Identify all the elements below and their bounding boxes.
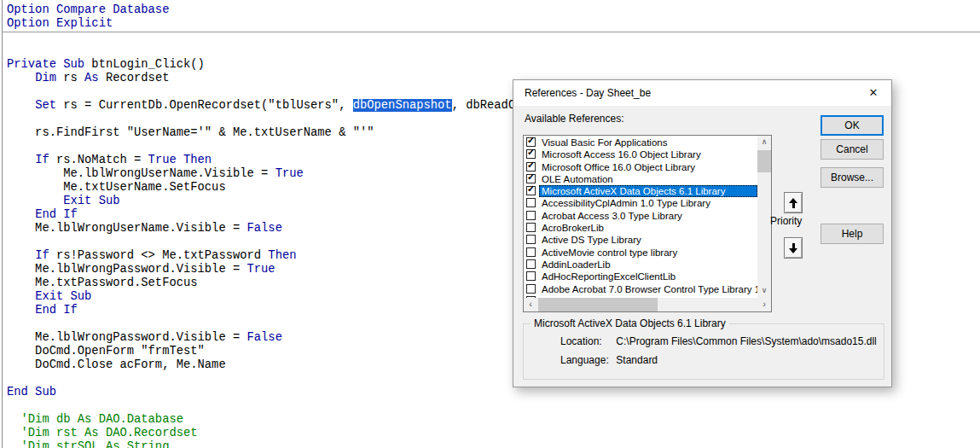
code-line: Private Sub btnLogin_Click()	[7, 58, 980, 72]
reference-list-item[interactable]: ActiveMovie control type library	[524, 247, 757, 259]
selected-reference-name: Microsoft ActiveX Data Objects 6.1 Libra…	[531, 317, 729, 329]
help-button[interactable]: Help	[821, 224, 884, 244]
unchecked-checkbox[interactable]	[526, 259, 536, 269]
down-arrow-icon	[789, 243, 797, 253]
reference-label: AcroBrokerLib	[539, 222, 757, 234]
reference-list-item[interactable]: AdHocReportingExcelClientLib	[524, 271, 757, 282]
checked-checkbox[interactable]: ✓	[526, 174, 536, 183]
reference-label: Microsoft Office 16.0 Object Library	[539, 161, 757, 173]
priority-down-button[interactable]	[784, 237, 803, 259]
reference-label: Visual Basic For Applications	[539, 137, 757, 148]
unchecked-checkbox[interactable]	[526, 235, 536, 244]
reference-list-item[interactable]: ✓OLE Automation	[524, 173, 757, 185]
reference-label: ActiveMovie control type library	[539, 247, 757, 259]
language-label: Language:	[560, 354, 613, 366]
reference-label: AddinLoaderLib	[539, 259, 757, 271]
location-value: C:\Program Files\Common Files\System\ado…	[616, 335, 876, 347]
editor-left-margin-rule	[2, 0, 3, 448]
scroll-left-icon[interactable]: ‹	[524, 298, 537, 311]
scroll-down-icon[interactable]: ∨	[757, 284, 771, 298]
selected-reference-groupbox: Microsoft ActiveX Data Objects 6.1 Libra…	[523, 323, 884, 380]
reference-list-item[interactable]: Active DS Type Library	[524, 234, 757, 246]
reference-list-item[interactable]: AcroBrokerLib	[524, 222, 757, 234]
reference-list-item[interactable]: Acrobat Access 3.0 Type Library	[524, 210, 757, 222]
reference-label: OLE Automation	[539, 173, 757, 185]
unchecked-checkbox[interactable]	[526, 223, 536, 232]
code-line	[7, 44, 980, 58]
reference-list-item[interactable]: ✓Microsoft Access 16.0 Object Library	[524, 148, 757, 160]
location-row: Location: C:\Program Files\Common Files\…	[560, 335, 877, 347]
check-icon: ✓	[527, 172, 535, 182]
references-list[interactable]: ✓Visual Basic For Applications✓Microsoft…	[523, 135, 772, 312]
reference-list-item[interactable]: ✓Microsoft Office 16.0 Object Library	[524, 161, 757, 173]
code-line	[7, 399, 980, 413]
cancel-button[interactable]: Cancel	[821, 139, 884, 160]
horizontal-scrollbar[interactable]: ‹ ›	[524, 298, 771, 311]
dialog-titlebar[interactable]: References - Day Sheet_be ✕	[513, 80, 891, 106]
code-line: Option Explicit	[7, 17, 980, 31]
reference-list-item[interactable]: ✓Visual Basic For Applications	[524, 137, 757, 148]
up-arrow-icon	[789, 198, 797, 208]
checked-checkbox[interactable]: ✓	[526, 137, 536, 147]
code-line: 'Dim strSQL As String	[7, 440, 980, 448]
vertical-scrollbar[interactable]: ∧ ∨	[757, 136, 771, 298]
check-icon: ✓	[527, 137, 535, 145]
check-icon: ✓	[527, 184, 535, 194]
reference-label: Microsoft Access 16.0 Object Library	[539, 148, 757, 160]
ok-button[interactable]: OK	[821, 115, 884, 136]
horizontal-scrollbar-thumb[interactable]	[538, 298, 658, 311]
reference-list-item[interactable]: AccessibilityCplAdmin 1.0 Type Library	[524, 197, 757, 209]
code-line: End Sub	[7, 386, 980, 399]
priority-label: Priority	[770, 215, 816, 227]
reference-label: Adobe Acrobat 7.0 Browser Control Type L…	[539, 283, 757, 295]
language-value: Standard	[616, 354, 658, 366]
reference-list-item[interactable]: AddinLoaderLib	[524, 259, 757, 271]
references-list-items: ✓Visual Basic For Applications✓Microsoft…	[524, 137, 757, 298]
scroll-up-icon[interactable]: ∧	[757, 136, 771, 149]
browse-button[interactable]: Browse...	[821, 167, 884, 188]
checked-checkbox[interactable]: ✓	[526, 162, 536, 172]
check-icon: ✓	[527, 160, 535, 170]
available-references-label: Available References:	[525, 113, 624, 125]
unchecked-checkbox[interactable]	[526, 211, 536, 220]
reference-label: Microsoft ActiveX Data Objects 6.1 Libra…	[539, 185, 757, 197]
reference-label: AccessibilityCplAdmin 1.0 Type Library	[539, 197, 757, 209]
reference-list-item[interactable]: Adobe Acrobat 7.0 Browser Control Type L…	[524, 283, 757, 295]
unchecked-checkbox[interactable]	[526, 198, 536, 207]
unchecked-checkbox[interactable]	[526, 247, 536, 257]
checked-checkbox[interactable]: ✓	[526, 149, 536, 159]
code-line: Option Compare Database	[7, 3, 980, 17]
code-line: 'Dim rst As DAO.Recordset	[7, 427, 980, 440]
code-line: 'Dim db As DAO.Database	[7, 413, 980, 427]
reference-label: Acrobat Access 3.0 Type Library	[539, 210, 757, 222]
reference-label: AdHocReportingExcelClientLib	[539, 271, 757, 282]
code-line	[7, 31, 980, 44]
dialog-title: References - Day Sheet_be	[525, 80, 651, 106]
reference-list-item[interactable]: ✓Microsoft ActiveX Data Objects 6.1 Libr…	[524, 185, 757, 197]
scroll-right-icon[interactable]: ›	[757, 298, 771, 311]
language-row: Language: Standard	[560, 354, 658, 366]
unchecked-checkbox[interactable]	[526, 271, 536, 281]
location-label: Location:	[560, 335, 613, 347]
check-icon: ✓	[527, 148, 535, 157]
checked-checkbox[interactable]: ✓	[526, 186, 536, 195]
vertical-scrollbar-thumb[interactable]	[757, 150, 771, 172]
references-dialog: References - Day Sheet_be ✕ Available Re…	[513, 79, 892, 387]
unchecked-checkbox[interactable]	[526, 284, 536, 294]
reference-label: Active DS Type Library	[539, 234, 757, 246]
close-icon[interactable]: ✕	[861, 83, 886, 103]
priority-up-button[interactable]	[784, 192, 803, 213]
